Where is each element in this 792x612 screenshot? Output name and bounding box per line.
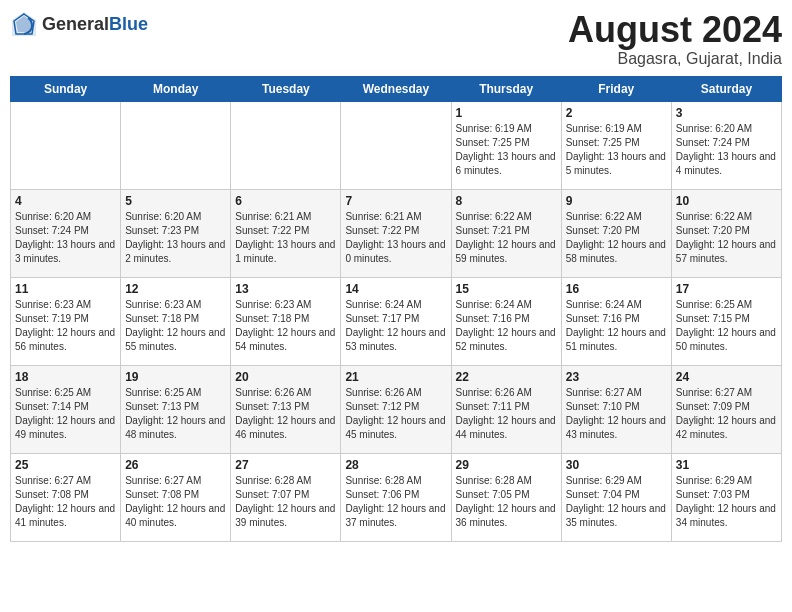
day-info: Sunrise: 6:25 AM Sunset: 7:13 PM Dayligh… (125, 386, 226, 442)
day-number: 18 (15, 370, 116, 384)
header-wednesday: Wednesday (341, 76, 451, 101)
table-row: 26Sunrise: 6:27 AM Sunset: 7:08 PM Dayli… (121, 453, 231, 541)
day-info: Sunrise: 6:29 AM Sunset: 7:04 PM Dayligh… (566, 474, 667, 530)
table-row: 16Sunrise: 6:24 AM Sunset: 7:16 PM Dayli… (561, 277, 671, 365)
table-row: 21Sunrise: 6:26 AM Sunset: 7:12 PM Dayli… (341, 365, 451, 453)
day-info: Sunrise: 6:27 AM Sunset: 7:08 PM Dayligh… (125, 474, 226, 530)
day-number: 26 (125, 458, 226, 472)
table-row (231, 101, 341, 189)
day-info: Sunrise: 6:22 AM Sunset: 7:21 PM Dayligh… (456, 210, 557, 266)
logo-text-general: General (42, 14, 109, 34)
day-number: 25 (15, 458, 116, 472)
day-number: 15 (456, 282, 557, 296)
table-row: 11Sunrise: 6:23 AM Sunset: 7:19 PM Dayli… (11, 277, 121, 365)
table-row: 5Sunrise: 6:20 AM Sunset: 7:23 PM Daylig… (121, 189, 231, 277)
day-number: 12 (125, 282, 226, 296)
day-number: 5 (125, 194, 226, 208)
day-info: Sunrise: 6:19 AM Sunset: 7:25 PM Dayligh… (566, 122, 667, 178)
day-number: 20 (235, 370, 336, 384)
header-friday: Friday (561, 76, 671, 101)
table-row: 28Sunrise: 6:28 AM Sunset: 7:06 PM Dayli… (341, 453, 451, 541)
table-row: 12Sunrise: 6:23 AM Sunset: 7:18 PM Dayli… (121, 277, 231, 365)
day-number: 22 (456, 370, 557, 384)
day-number: 17 (676, 282, 777, 296)
day-info: Sunrise: 6:20 AM Sunset: 7:24 PM Dayligh… (15, 210, 116, 266)
table-row: 24Sunrise: 6:27 AM Sunset: 7:09 PM Dayli… (671, 365, 781, 453)
table-row: 10Sunrise: 6:22 AM Sunset: 7:20 PM Dayli… (671, 189, 781, 277)
day-info: Sunrise: 6:21 AM Sunset: 7:22 PM Dayligh… (235, 210, 336, 266)
weekday-header-row: Sunday Monday Tuesday Wednesday Thursday… (11, 76, 782, 101)
logo: GeneralBlue (10, 10, 148, 38)
table-row: 27Sunrise: 6:28 AM Sunset: 7:07 PM Dayli… (231, 453, 341, 541)
day-number: 28 (345, 458, 446, 472)
day-number: 16 (566, 282, 667, 296)
day-info: Sunrise: 6:25 AM Sunset: 7:15 PM Dayligh… (676, 298, 777, 354)
table-row: 23Sunrise: 6:27 AM Sunset: 7:10 PM Dayli… (561, 365, 671, 453)
table-row (341, 101, 451, 189)
day-info: Sunrise: 6:25 AM Sunset: 7:14 PM Dayligh… (15, 386, 116, 442)
day-number: 23 (566, 370, 667, 384)
table-row: 9Sunrise: 6:22 AM Sunset: 7:20 PM Daylig… (561, 189, 671, 277)
table-row: 17Sunrise: 6:25 AM Sunset: 7:15 PM Dayli… (671, 277, 781, 365)
table-row: 29Sunrise: 6:28 AM Sunset: 7:05 PM Dayli… (451, 453, 561, 541)
day-info: Sunrise: 6:27 AM Sunset: 7:08 PM Dayligh… (15, 474, 116, 530)
calendar-location: Bagasra, Gujarat, India (568, 50, 782, 68)
day-number: 24 (676, 370, 777, 384)
day-number: 9 (566, 194, 667, 208)
day-number: 1 (456, 106, 557, 120)
table-row: 20Sunrise: 6:26 AM Sunset: 7:13 PM Dayli… (231, 365, 341, 453)
day-number: 27 (235, 458, 336, 472)
table-row: 25Sunrise: 6:27 AM Sunset: 7:08 PM Dayli… (11, 453, 121, 541)
day-info: Sunrise: 6:24 AM Sunset: 7:17 PM Dayligh… (345, 298, 446, 354)
table-row: 4Sunrise: 6:20 AM Sunset: 7:24 PM Daylig… (11, 189, 121, 277)
table-row: 19Sunrise: 6:25 AM Sunset: 7:13 PM Dayli… (121, 365, 231, 453)
day-info: Sunrise: 6:28 AM Sunset: 7:07 PM Dayligh… (235, 474, 336, 530)
day-info: Sunrise: 6:27 AM Sunset: 7:09 PM Dayligh… (676, 386, 777, 442)
day-number: 6 (235, 194, 336, 208)
day-info: Sunrise: 6:19 AM Sunset: 7:25 PM Dayligh… (456, 122, 557, 178)
calendar-week-row: 25Sunrise: 6:27 AM Sunset: 7:08 PM Dayli… (11, 453, 782, 541)
title-area: August 2024 Bagasra, Gujarat, India (568, 10, 782, 68)
day-info: Sunrise: 6:23 AM Sunset: 7:18 PM Dayligh… (235, 298, 336, 354)
day-info: Sunrise: 6:28 AM Sunset: 7:06 PM Dayligh… (345, 474, 446, 530)
table-row: 30Sunrise: 6:29 AM Sunset: 7:04 PM Dayli… (561, 453, 671, 541)
calendar-week-row: 18Sunrise: 6:25 AM Sunset: 7:14 PM Dayli… (11, 365, 782, 453)
table-row (121, 101, 231, 189)
day-number: 2 (566, 106, 667, 120)
calendar-title: August 2024 (568, 10, 782, 50)
table-row: 6Sunrise: 6:21 AM Sunset: 7:22 PM Daylig… (231, 189, 341, 277)
day-info: Sunrise: 6:24 AM Sunset: 7:16 PM Dayligh… (456, 298, 557, 354)
day-info: Sunrise: 6:22 AM Sunset: 7:20 PM Dayligh… (566, 210, 667, 266)
day-info: Sunrise: 6:24 AM Sunset: 7:16 PM Dayligh… (566, 298, 667, 354)
calendar-table: Sunday Monday Tuesday Wednesday Thursday… (10, 76, 782, 542)
table-row: 14Sunrise: 6:24 AM Sunset: 7:17 PM Dayli… (341, 277, 451, 365)
header-monday: Monday (121, 76, 231, 101)
day-info: Sunrise: 6:23 AM Sunset: 7:19 PM Dayligh… (15, 298, 116, 354)
day-number: 21 (345, 370, 446, 384)
calendar-week-row: 11Sunrise: 6:23 AM Sunset: 7:19 PM Dayli… (11, 277, 782, 365)
header-saturday: Saturday (671, 76, 781, 101)
table-row: 31Sunrise: 6:29 AM Sunset: 7:03 PM Dayli… (671, 453, 781, 541)
day-info: Sunrise: 6:29 AM Sunset: 7:03 PM Dayligh… (676, 474, 777, 530)
header-thursday: Thursday (451, 76, 561, 101)
table-row: 7Sunrise: 6:21 AM Sunset: 7:22 PM Daylig… (341, 189, 451, 277)
table-row: 15Sunrise: 6:24 AM Sunset: 7:16 PM Dayli… (451, 277, 561, 365)
page-header: GeneralBlue August 2024 Bagasra, Gujarat… (10, 10, 782, 68)
day-number: 29 (456, 458, 557, 472)
day-info: Sunrise: 6:28 AM Sunset: 7:05 PM Dayligh… (456, 474, 557, 530)
day-info: Sunrise: 6:26 AM Sunset: 7:12 PM Dayligh… (345, 386, 446, 442)
day-number: 14 (345, 282, 446, 296)
table-row: 13Sunrise: 6:23 AM Sunset: 7:18 PM Dayli… (231, 277, 341, 365)
logo-icon (10, 10, 38, 38)
header-sunday: Sunday (11, 76, 121, 101)
table-row: 1Sunrise: 6:19 AM Sunset: 7:25 PM Daylig… (451, 101, 561, 189)
day-info: Sunrise: 6:26 AM Sunset: 7:13 PM Dayligh… (235, 386, 336, 442)
table-row: 3Sunrise: 6:20 AM Sunset: 7:24 PM Daylig… (671, 101, 781, 189)
day-info: Sunrise: 6:22 AM Sunset: 7:20 PM Dayligh… (676, 210, 777, 266)
day-info: Sunrise: 6:26 AM Sunset: 7:11 PM Dayligh… (456, 386, 557, 442)
calendar-week-row: 1Sunrise: 6:19 AM Sunset: 7:25 PM Daylig… (11, 101, 782, 189)
table-row: 2Sunrise: 6:19 AM Sunset: 7:25 PM Daylig… (561, 101, 671, 189)
day-number: 11 (15, 282, 116, 296)
day-number: 8 (456, 194, 557, 208)
day-number: 3 (676, 106, 777, 120)
